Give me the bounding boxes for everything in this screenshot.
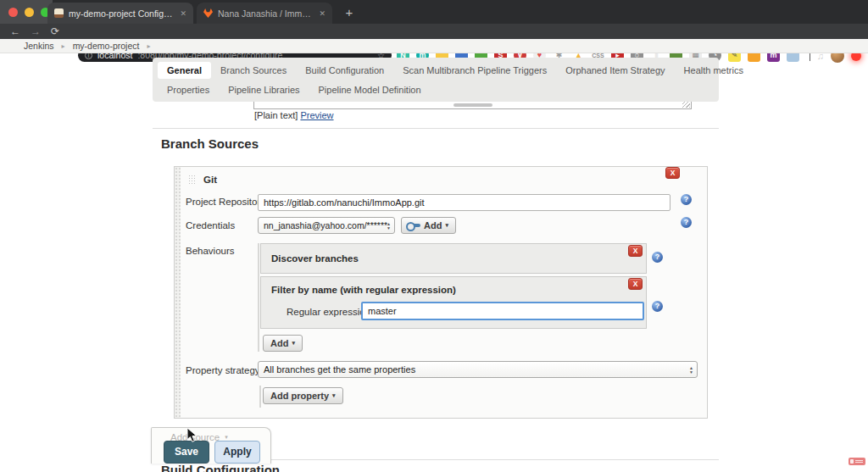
jenkins-favicon-icon [54, 8, 64, 18]
git-source-header: Git [188, 175, 217, 185]
select-stepper-icon: ▲▼ [689, 366, 693, 374]
gitlab-favicon-icon [203, 8, 213, 18]
config-tabbar-row2: Properties Pipeline Libraries Pipeline M… [158, 80, 714, 99]
help-icon[interactable]: ? [652, 252, 663, 263]
tab-build-configuration[interactable]: Build Configuration [296, 62, 393, 79]
breadcrumb-arrow-icon: ▸ [62, 42, 65, 50]
tab-scan-multibranch-triggers[interactable]: Scan Multibranch Pipeline Triggers [393, 62, 556, 79]
behaviours-label: Behaviours [186, 246, 235, 256]
window-controls [0, 0, 53, 24]
preview-link[interactable]: Preview [300, 110, 333, 120]
drag-grid-icon[interactable] [188, 175, 196, 185]
breadcrumb-project[interactable]: my-demo-project [73, 41, 140, 51]
branch-sources-heading: Branch Sources [161, 136, 259, 151]
add-property-button[interactable]: Add property ▾ [263, 387, 343, 404]
breadcrumb-arrow-icon: ▸ [147, 42, 150, 50]
behaviour-panel-filter-by-name: Filter by name (with regular expression)… [260, 276, 647, 329]
help-icon[interactable]: ? [681, 217, 692, 228]
forward-icon[interactable]: → [31, 24, 41, 39]
tab-properties[interactable]: Properties [158, 81, 219, 98]
caret-down-icon: ▾ [445, 222, 448, 229]
tab-health-metrics[interactable]: Health metrics [675, 62, 753, 79]
add-credentials-button[interactable]: Add ▾ [401, 217, 456, 234]
drag-handle[interactable] [175, 167, 181, 418]
tab-close-icon[interactable]: ✕ [319, 9, 326, 18]
screen: my-demo-project Config [Jen ✕ Nana Janas… [0, 0, 868, 472]
config-tabbar-row1: General Branch Sources Build Configurati… [158, 60, 714, 80]
tab-pipeline-model-definition[interactable]: Pipeline Model Definition [309, 81, 431, 98]
add-behaviour-button[interactable]: Add ▾ [263, 335, 303, 352]
caret-down-icon: ▾ [332, 392, 336, 399]
credentials-label: Credentials [186, 220, 235, 230]
git-source-title: Git [203, 175, 217, 185]
config-tabbar: General Branch Sources Build Configurati… [153, 58, 719, 102]
property-strategy-select[interactable]: All branches get the same properties ▲▼ [258, 361, 698, 378]
plain-text-row: [Plain text] Preview [254, 110, 334, 120]
tab-close-icon[interactable]: ✕ [180, 9, 186, 18]
project-repository-input[interactable] [258, 194, 670, 211]
behaviour-panel-discover-branches: Discover branches X [260, 243, 647, 274]
textarea-hscrollbar[interactable] [453, 103, 492, 107]
new-tab-button[interactable]: + [339, 3, 359, 22]
tab-general[interactable]: General [158, 62, 211, 79]
help-icon[interactable]: ? [652, 301, 663, 312]
browser-tab-title: Nana Janashia / ImmoApp - Gi [218, 8, 314, 19]
behaviour-title: Filter by name (with regular expression) [271, 285, 456, 295]
property-indent-bar [259, 386, 261, 408]
remove-behaviour-button[interactable]: X [628, 278, 643, 290]
select-stepper-icon: ▲▼ [387, 222, 391, 230]
credentials-select[interactable]: nn_janashia@yahoo.com/****** ▲▼ [258, 217, 395, 234]
reload-icon[interactable]: ⟳ [51, 24, 59, 39]
breadcrumb-jenkins[interactable]: Jenkins [24, 41, 54, 51]
browser-tab-title: my-demo-project Config [Jen [69, 8, 175, 19]
browser-tab-strip: my-demo-project Config [Jen ✕ Nana Janas… [0, 0, 868, 24]
remove-behaviour-button[interactable]: X [628, 245, 643, 257]
build-configuration-heading: Build Configuration [161, 463, 280, 472]
git-source-panel: X Git Project Repository ? Credentials n… [174, 166, 708, 419]
section-divider [153, 128, 719, 129]
mouse-cursor [186, 427, 198, 443]
regular-expression-label: Regular expression [287, 307, 370, 317]
regular-expression-input[interactable] [361, 302, 644, 320]
behaviours-indent-bar [258, 243, 259, 352]
tab-orphaned-item-strategy[interactable]: Orphaned Item Strategy [556, 62, 674, 79]
behaviour-title: Discover branches [271, 253, 359, 264]
property-strategy-label: Property strategy [186, 365, 260, 375]
save-bar: Add source ▾ Save Apply [151, 427, 271, 464]
browser-tab-jenkins[interactable]: my-demo-project Config [Jen ✕ [47, 3, 193, 24]
remove-git-source-button[interactable]: X [665, 167, 680, 179]
window-close-button[interactable] [8, 8, 18, 17]
project-repository-label: Project Repository [186, 197, 265, 207]
tab-pipeline-libraries[interactable]: Pipeline Libraries [219, 81, 309, 98]
browser-tab-immoapp[interactable]: Nana Janashia / ImmoApp - Gi ✕ [197, 3, 332, 24]
plain-text-label: [Plain text] [254, 110, 298, 120]
save-button[interactable]: Save [164, 441, 209, 464]
caret-down-icon: ▾ [225, 434, 228, 441]
caret-down-icon: ▾ [292, 340, 295, 347]
apply-button[interactable]: Apply [214, 441, 260, 464]
window-minimize-button[interactable] [25, 8, 34, 17]
watermark-badge [849, 458, 865, 465]
key-icon [410, 224, 420, 227]
breadcrumb: Jenkins ▸ my-demo-project ▸ [0, 39, 868, 53]
help-icon[interactable]: ? [681, 194, 692, 205]
back-icon[interactable]: ← [10, 24, 20, 39]
tab-branch-sources[interactable]: Branch Sources [211, 62, 296, 79]
browser-toolbar: ← → ⟳ i localhost :8080/job/my-demo-proj… [0, 24, 868, 39]
